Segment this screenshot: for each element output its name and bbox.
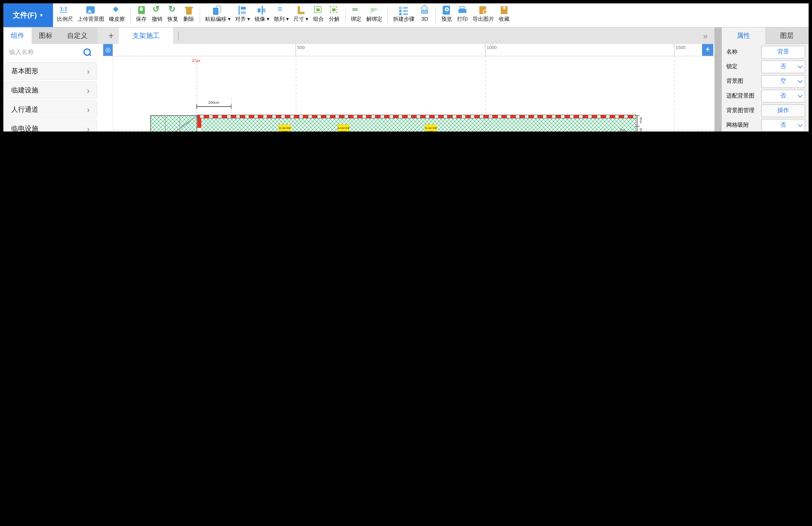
vertical-ruler[interactable]: 5001000 <box>103 56 113 132</box>
toolbar-label: 保存 <box>136 16 147 23</box>
chevron-down-icon <box>798 63 802 68</box>
favorite-icon <box>498 6 510 15</box>
search-icon[interactable] <box>84 48 91 56</box>
warning-sign[interactable]: 进入施工现场 减速慢行 <box>338 125 349 132</box>
prop-row-background-manage: 背景图管理操作 <box>722 103 809 118</box>
prop-label: 名称 <box>726 48 761 56</box>
component-search[interactable]: 输入名称 <box>3 44 98 60</box>
walkway-safety-mesh[interactable] <box>197 115 636 132</box>
prop-background-image[interactable]: 空 <box>761 75 805 88</box>
sidebar-item-临建设施[interactable]: 临建设施› <box>4 81 97 99</box>
toolbar-bind-button[interactable]: 绑定 <box>348 5 364 23</box>
cube-icon <box>419 6 430 15</box>
svg-text:200cm: 200cm <box>208 101 219 104</box>
delete-icon <box>183 6 194 15</box>
category-label: 人行通道 <box>11 104 38 114</box>
horizontal-ruler[interactable]: 50010001500 <box>113 44 714 56</box>
prop-name[interactable]: 背景 <box>761 45 805 58</box>
sidebar-gutter: ◀ <box>98 28 103 132</box>
chevron-down-icon <box>798 78 802 83</box>
toolbar-label: 撤销 <box>152 16 162 23</box>
toolbar-label: 比例尺 <box>57 16 73 23</box>
sign-text-line1: 进入施工现场 <box>279 127 291 129</box>
toolbar-build-steps-button[interactable]: 拆建步骤 <box>391 5 417 23</box>
collapse-panel-button[interactable]: » <box>703 31 708 41</box>
caret-down-icon: ▼ <box>39 13 44 18</box>
search-input[interactable]: 输入名称 <box>9 47 84 56</box>
properties-panel: 属性图层 名称背景锁定否背景图空适配背景图否背景图管理操作网格吸附否图层200比… <box>722 28 809 132</box>
toolbar-undo-button[interactable]: 撤销 <box>149 5 165 23</box>
add-tab-button[interactable]: + <box>103 28 119 44</box>
eraser-icon <box>111 6 122 15</box>
panel-tab-属性[interactable]: 属性 <box>722 28 765 44</box>
mirror-icon <box>256 6 267 15</box>
prop-lock[interactable]: 否 <box>761 60 805 73</box>
chevron-right-icon: › <box>87 86 90 94</box>
warning-sign[interactable]: 进入施工现场 减速慢行 <box>279 125 291 132</box>
toolbar-delete-button[interactable]: 删除 <box>181 5 197 23</box>
toolbar-scale-ruler-button[interactable]: 比例尺 <box>55 5 75 23</box>
toolbar-redo-button[interactable]: 恢复 <box>165 5 181 23</box>
ruler-number: 1000 <box>487 45 497 50</box>
toolbar-groups: 比例尺上传背景图橡皮擦保存撤销恢复删除粘贴偏移 ▾对齐 ▾镜像 ▾散列 ▾尺寸 … <box>53 3 514 27</box>
chevron-down-icon <box>798 122 802 127</box>
sidebar-item-临电设施[interactable]: 临电设施› <box>4 119 97 132</box>
toolbar-upload-background-button[interactable]: 上传背景图 <box>75 5 107 23</box>
sign-text-line2: 减速慢行 <box>427 131 435 132</box>
toolbar-group-button[interactable]: 组合 <box>310 5 326 23</box>
chevron-down-icon <box>798 92 802 97</box>
ruler-origin-button[interactable]: ◎ <box>103 44 113 56</box>
toolbar-3d-button[interactable]: 3D <box>417 5 433 22</box>
toolbar-label: 对齐 ▾ <box>235 16 250 23</box>
toolbar-ungroup-button[interactable]: 分解 <box>326 5 342 23</box>
prop-background-manage[interactable]: 操作 <box>761 104 805 117</box>
toolbar-label: 解绑定 <box>366 16 382 23</box>
panel-tab-图层[interactable]: 图层 <box>765 28 809 44</box>
drawing-svg[interactable]: 37px <box>113 56 714 132</box>
red-post <box>197 118 201 128</box>
drawing-canvas[interactable]: 37px <box>113 56 714 132</box>
file-menu-label: 文件(F) <box>13 10 37 20</box>
toolbar-unbind-button[interactable]: 解绑定 <box>364 5 385 23</box>
toolbar-separator <box>130 7 130 24</box>
category-label: 临电设施 <box>11 124 38 132</box>
toolbar-separator <box>199 7 200 24</box>
component-category-list: 基本图形›临建设施›人行通道›临电设施›支撑设施›工程结构›防护设施›施工人员› <box>3 60 98 132</box>
toolbar-dimension-button[interactable]: 尺寸 ▾ <box>291 5 310 23</box>
toolbar-label: 镜像 ▾ <box>255 16 270 23</box>
toolbar-paste-offset-button[interactable]: 粘贴偏移 ▾ <box>203 5 233 23</box>
toolbar-favorite-button[interactable]: 收藏 <box>496 5 512 23</box>
warning-sign[interactable]: 进入施工现场 减速慢行 <box>425 125 436 132</box>
tab-zhijiashigong[interactable]: 支架施工 <box>119 28 173 44</box>
ruler-tick <box>674 44 674 56</box>
canvas-area: + 支架施工 » ◎ 50010001500 + 5001000 <box>103 28 714 132</box>
toolbar-separator <box>388 7 388 24</box>
fit-view-button[interactable]: + <box>702 44 713 56</box>
sidebar-item-人行通道[interactable]: 人行通道› <box>4 100 97 118</box>
toolbar-print-button[interactable]: 打印 <box>454 5 470 23</box>
toolbar-preview-button[interactable]: 预览 <box>439 5 454 23</box>
prop-fit-background[interactable]: 否 <box>761 89 805 102</box>
canvas-content: 5001000 <box>103 56 714 132</box>
toolbar-label: 绑定 <box>351 16 362 23</box>
prop-value: 否 <box>780 62 786 71</box>
toolbar-eraser-button[interactable]: 橡皮擦 <box>106 5 127 23</box>
sidebar-tab-自定义[interactable]: 自定义 <box>60 28 95 44</box>
toolbar-separator <box>435 7 436 24</box>
toolbar-export-image-button[interactable]: 导出图片 <box>470 5 496 23</box>
bind-icon <box>350 6 362 15</box>
main-area: 组件图标自定义 输入名称 基本图形›临建设施›人行通道›临电设施›支撑设施›工程… <box>3 28 809 132</box>
toolbar-separator <box>345 7 345 24</box>
prop-label: 背景图管理 <box>726 106 761 115</box>
file-menu-button[interactable]: 文件(F) ▼ <box>3 3 53 27</box>
sidebar-item-基本图形[interactable]: 基本图形› <box>4 62 97 80</box>
toolbar-save-button[interactable]: 保存 <box>133 5 149 23</box>
sidebar-tab-组件[interactable]: 组件 <box>3 28 32 44</box>
toolbar-mirror-button[interactable]: 镜像 ▾ <box>252 5 272 23</box>
toolbar-align-button[interactable]: 对齐 ▾ <box>233 5 252 23</box>
ruler-number: 1500 <box>676 45 686 50</box>
sidebar-tab-图标[interactable]: 图标 <box>31 28 60 44</box>
toolbar-scatter-button[interactable]: 散列 ▾ <box>272 5 291 23</box>
left-stair-tower[interactable] <box>150 116 197 132</box>
prop-grid-snap[interactable]: 否 <box>761 119 805 132</box>
